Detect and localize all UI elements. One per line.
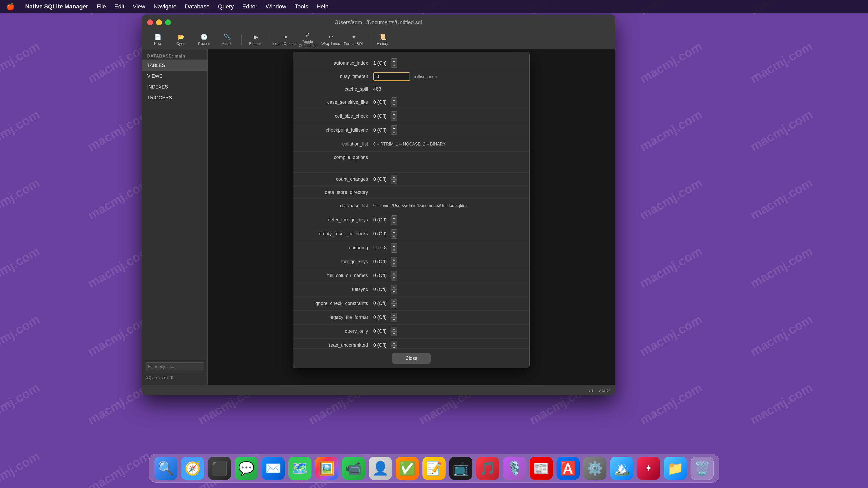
case-sensitive-like-up[interactable]: ▲ (391, 97, 397, 102)
menubar-file[interactable]: File (97, 3, 106, 10)
count-changes-down[interactable]: ▼ (391, 180, 397, 184)
query-only-up[interactable]: ▲ (391, 327, 397, 331)
ignore-check-constraints-down[interactable]: ▼ (391, 304, 397, 308)
dock-item-podcasts[interactable]: 🎙️ (503, 457, 526, 480)
query-only-stepper[interactable]: ▲ ▼ (391, 327, 397, 336)
toolbar-format-button[interactable]: ✦ Format SQL (343, 32, 364, 47)
empty-result-callbacks-up[interactable]: ▲ (391, 229, 397, 234)
window-minimize-button[interactable] (156, 20, 162, 25)
encoding-stepper[interactable]: ▲ ▼ (391, 243, 397, 253)
foreign-keys-stepper[interactable]: ▲ ▼ (391, 257, 397, 267)
dock-item-launchpad[interactable]: ⬛ (208, 457, 231, 480)
toolbar-attach-button[interactable]: 📎 Attach (217, 32, 238, 47)
empty-result-callbacks-stepper[interactable]: ▲ ▼ (391, 229, 397, 239)
toolbar-comments-button[interactable]: # Toggle Comments (297, 32, 318, 47)
encoding-up[interactable]: ▲ (391, 243, 397, 248)
dock-item-facetime[interactable]: 📹 (342, 457, 365, 480)
ignore-check-constraints-stepper[interactable]: ▲ ▼ (391, 299, 397, 308)
cell-size-check-stepper[interactable]: ▲ ▼ (391, 111, 397, 121)
cell-size-check-up[interactable]: ▲ (391, 111, 397, 116)
dock-item-system-prefs[interactable]: ⚙️ (583, 457, 607, 480)
menubar-database[interactable]: Database (185, 3, 210, 10)
menubar-editor[interactable]: Editor (242, 3, 257, 10)
pragma-scroll-area[interactable]: automatic_index 1 (On) ▲ ▼ bus (293, 52, 529, 349)
window-close-button[interactable] (147, 20, 153, 25)
dock-item-messages[interactable]: 💬 (235, 457, 258, 480)
sidebar-item-tables[interactable]: TABLES (142, 60, 208, 71)
dock-item-music[interactable]: 🎵 (476, 457, 499, 480)
defer-foreign-keys-down[interactable]: ▼ (391, 220, 397, 225)
query-only-down[interactable]: ▼ (391, 331, 397, 336)
count-changes-stepper[interactable]: ▲ ▼ (391, 175, 397, 184)
dock-item-safari[interactable]: 🧭 (181, 457, 204, 480)
sidebar-item-views[interactable]: VIEWS (142, 71, 208, 82)
dock-item-contacts[interactable]: 👤 (369, 457, 392, 480)
legacy-file-format-stepper[interactable]: ▲ ▼ (391, 313, 397, 322)
case-sensitive-like-down[interactable]: ▼ (391, 102, 397, 107)
dock-item-mail[interactable]: ✉️ (261, 457, 285, 480)
apple-menu[interactable]: 🍎 (6, 3, 15, 11)
busy-timeout-input[interactable] (373, 72, 410, 81)
fulfsync-down[interactable]: ▼ (391, 290, 397, 294)
menubar-app-name[interactable]: Native SQLite Manager (25, 3, 88, 10)
dock-item-news[interactable]: 📰 (530, 457, 553, 480)
foreign-keys-up[interactable]: ▲ (391, 257, 397, 262)
window-maximize-button[interactable] (165, 20, 171, 25)
dock-item-finder[interactable]: 🔍 (154, 457, 178, 480)
full-column-names-stepper[interactable]: ▲ ▼ (391, 271, 397, 281)
defer-foreign-keys-stepper[interactable]: ▲ ▼ (391, 215, 397, 225)
legacy-file-format-down[interactable]: ▼ (391, 318, 397, 322)
read-uncommitted-up[interactable]: ▲ (391, 340, 397, 346)
legacy-file-format-up[interactable]: ▲ (391, 313, 397, 318)
menubar-tools[interactable]: Tools (295, 3, 308, 10)
sidebar-item-indexes[interactable]: INDEXES (142, 82, 208, 93)
menubar-window[interactable]: Window (266, 3, 286, 10)
close-button[interactable]: Close (392, 353, 431, 364)
menubar-view[interactable]: View (133, 3, 145, 10)
toolbar-history-button[interactable]: 📜 History (372, 32, 393, 47)
dock-item-notes[interactable]: 📝 (423, 457, 445, 480)
toolbar-new-button[interactable]: 📄 New (147, 32, 168, 47)
read-uncommitted-stepper[interactable]: ▲ ▼ (391, 340, 397, 349)
ignore-check-constraints-up[interactable]: ▲ (391, 299, 397, 304)
dock-item-taska[interactable]: ✦ (637, 457, 660, 480)
menubar-navigate[interactable]: Navigate (154, 3, 176, 10)
cell-size-check-down[interactable]: ▼ (391, 116, 397, 121)
automatic-index-stepper[interactable]: ▲ ▼ (391, 58, 397, 68)
dock-item-appstore[interactable]: 🅰️ (557, 457, 580, 480)
dock-item-photos[interactable]: 🖼️ (315, 457, 338, 480)
full-column-names-down[interactable]: ▼ (391, 276, 397, 281)
menubar-help[interactable]: Help (316, 3, 328, 10)
full-column-names-up[interactable]: ▲ (391, 271, 397, 276)
read-uncommitted-down[interactable]: ▼ (391, 346, 397, 349)
defer-foreign-keys-up[interactable]: ▲ (391, 215, 397, 220)
automatic-index-up[interactable]: ▲ (391, 58, 397, 63)
dock-item-maps[interactable]: 🗺️ (288, 457, 311, 480)
encoding-down[interactable]: ▼ (391, 248, 397, 253)
checkpoint-fullfsync-down[interactable]: ▼ (391, 130, 397, 135)
count-changes-up[interactable]: ▲ (391, 175, 397, 180)
toolbar-wrap-button[interactable]: ↩ Wrap Lines (320, 32, 341, 47)
dock-item-trash[interactable]: 🗑️ (690, 457, 714, 480)
checkpoint-fullfsync-up[interactable]: ▲ (391, 125, 397, 130)
filter-input[interactable] (145, 362, 204, 371)
menubar-query[interactable]: Query (218, 3, 234, 10)
dock-item-reminders[interactable]: ✅ (396, 457, 419, 480)
menubar-edit[interactable]: Edit (114, 3, 124, 10)
toolbar-recent-button[interactable]: 🕐 Recent (193, 32, 215, 47)
dock-item-files[interactable]: 📁 (664, 457, 687, 480)
toolbar-indent-button[interactable]: ⇥ Indent/Outdent (274, 32, 295, 47)
toolbar-open-button[interactable]: 📂 Open (170, 32, 191, 47)
toolbar-history-label: History (377, 41, 388, 46)
automatic-index-down[interactable]: ▼ (391, 63, 397, 68)
fulfsync-up[interactable]: ▲ (391, 285, 397, 290)
toolbar-execute-button[interactable]: ▶ Execute (245, 32, 266, 47)
checkpoint-fullfsync-stepper[interactable]: ▲ ▼ (391, 125, 397, 135)
case-sensitive-like-stepper[interactable]: ▲ ▼ (391, 97, 397, 107)
dock-item-appletv[interactable]: 📺 (449, 457, 472, 480)
foreign-keys-down[interactable]: ▼ (391, 262, 397, 267)
dock-item-altimeter[interactable]: 🏔️ (610, 457, 633, 480)
empty-result-callbacks-down[interactable]: ▼ (391, 234, 397, 239)
fulfsync-stepper[interactable]: ▲ ▼ (391, 285, 397, 294)
sidebar-item-triggers[interactable]: TRIGGERS (142, 93, 208, 103)
